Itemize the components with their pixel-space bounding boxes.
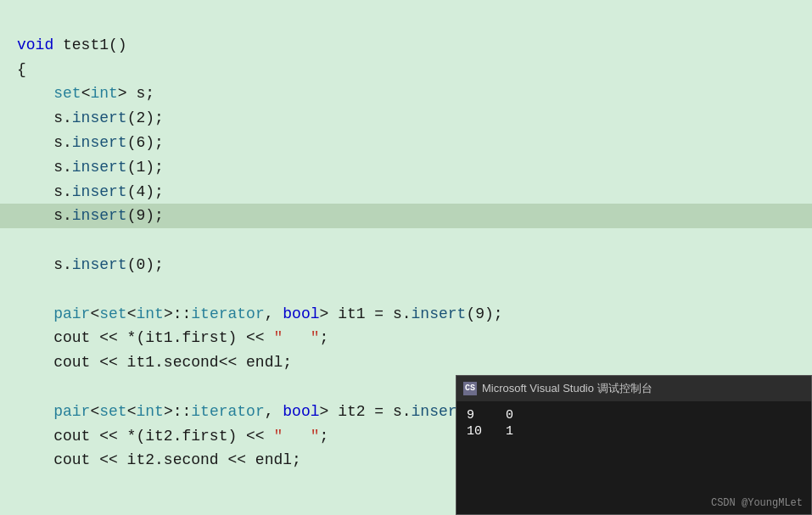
line-17: cout << it2.second << endl; xyxy=(17,451,301,468)
console-num-2: 10 xyxy=(467,424,492,439)
console-val-1: 0 xyxy=(506,408,513,423)
line-7: s.insert(4); xyxy=(17,183,164,200)
line-5: s.insert(6); xyxy=(17,134,164,151)
line-16: cout << *(it2.first) << " "; xyxy=(17,428,328,445)
line-2: { xyxy=(17,61,26,78)
console-title: Microsoft Visual Studio 调试控制台 xyxy=(482,381,652,396)
console-footer: CSDN @YoungMLet xyxy=(711,497,803,509)
console-num-1: 9 xyxy=(467,408,492,423)
line-12: cout << *(it1.first) << " "; xyxy=(17,329,328,346)
console-body: 9 0 10 1 xyxy=(456,401,811,447)
console-row-2: 10 1 xyxy=(467,424,801,439)
line-4: s.insert(2); xyxy=(17,109,164,126)
line-13: cout << it1.second<< endl; xyxy=(17,354,292,371)
console-val-2: 1 xyxy=(506,424,513,439)
line-15: pair<set<int>::iterator, bool> it2 = s.i… xyxy=(17,403,512,420)
line-6: s.insert(1); xyxy=(17,159,164,176)
console-overlay: CS Microsoft Visual Studio 调试控制台 9 0 10 … xyxy=(456,375,812,515)
console-app-icon: CS xyxy=(463,382,477,395)
line-3: set<int> s; xyxy=(17,85,154,102)
line-1: void test1() xyxy=(17,36,127,53)
editor-area: void test1() { set<int> s; s.insert(2); … xyxy=(0,0,812,515)
line-9: s.insert(0); xyxy=(17,256,164,273)
line-8-highlighted: s.insert(9); xyxy=(0,204,812,228)
console-row-1: 9 0 xyxy=(467,408,801,423)
console-titlebar: CS Microsoft Visual Studio 调试控制台 xyxy=(456,376,811,401)
line-11: pair<set<int>::iterator, bool> it1 = s.i… xyxy=(17,305,503,322)
